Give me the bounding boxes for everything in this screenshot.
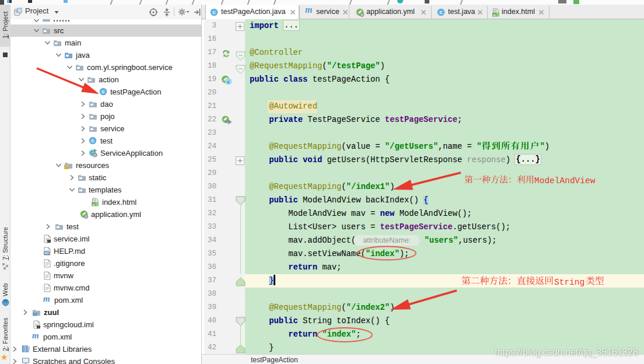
svg-text:c: c [102, 88, 104, 94]
svg-text:H: H [92, 203, 94, 206]
svg-text:U: U [361, 13, 363, 16]
svg-text:U: U [85, 215, 88, 218]
svg-text:H: H [493, 13, 495, 17]
svg-text:MD: MD [44, 251, 50, 255]
svg-text:c: c [91, 137, 94, 144]
svg-text:c: c [439, 9, 442, 15]
svg-text:c: c [227, 79, 230, 84]
svg-text:U: U [94, 153, 96, 157]
svg-text:c: c [212, 9, 215, 15]
